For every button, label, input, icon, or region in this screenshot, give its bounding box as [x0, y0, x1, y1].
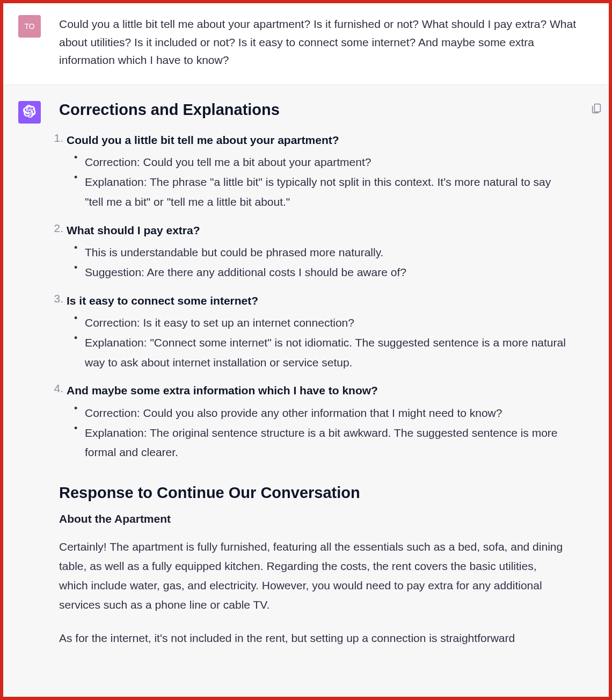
assistant-message-row: Corrections and Explanations Could you a…: [3, 85, 609, 697]
correction-point: Correction: Could you tell me a bit abou…: [74, 153, 567, 172]
response-paragraph: As for the internet, it's not included i…: [59, 629, 567, 648]
correction-points: Correction: Could you also provide any o…: [74, 403, 567, 463]
correction-point: Explanation: The original sentence struc…: [74, 423, 567, 463]
response-heading: Response to Continue Our Conversation: [59, 484, 567, 502]
assistant-avatar: [18, 101, 41, 124]
correction-title: And maybe some extra information which I…: [67, 382, 567, 399]
correction-point: Explanation: "Connect some internet" is …: [74, 333, 567, 373]
corrections-list: Could you a little bit tell me about you…: [49, 132, 567, 463]
correction-points: Correction: Is it easy to set up an inte…: [74, 313, 567, 372]
correction-point: Suggestion: Are there any additional cos…: [74, 263, 567, 283]
response-paragraph: Certainly! The apartment is fully furnis…: [59, 537, 567, 615]
correction-item: Could you a little bit tell me about you…: [49, 132, 567, 212]
correction-points: Correction: Could you tell me a bit abou…: [74, 153, 567, 212]
correction-title: Is it easy to connect some internet?: [67, 292, 567, 309]
correction-point: Correction: Could you also provide any o…: [74, 403, 567, 423]
copy-button[interactable]: [591, 102, 602, 114]
chat-frame: TO Could you a little bit tell me about …: [0, 0, 612, 700]
user-message-text: Could you a little bit tell me about you…: [59, 15, 594, 69]
correction-title: Could you a little bit tell me about you…: [67, 132, 567, 149]
correction-item: And maybe some extra information which I…: [49, 382, 567, 463]
correction-item: Is it easy to connect some internet? Cor…: [49, 292, 567, 373]
assistant-message-content: Corrections and Explanations Could you a…: [59, 101, 594, 697]
clipboard-icon: [591, 106, 602, 116]
correction-point: This is understandable but could be phra…: [74, 243, 567, 263]
user-message-row: TO Could you a little bit tell me about …: [3, 3, 609, 85]
user-avatar-initials: TO: [24, 22, 34, 31]
correction-point: Explanation: The phrase "a little bit" i…: [74, 172, 567, 212]
user-avatar: TO: [18, 15, 41, 38]
correction-title: What should I pay extra?: [67, 222, 567, 239]
correction-point: Correction: Is it easy to set up an inte…: [74, 313, 567, 333]
correction-points: This is understandable but could be phra…: [74, 243, 567, 283]
about-apartment-heading: About the Apartment: [59, 513, 567, 525]
correction-item: What should I pay extra? This is underst…: [49, 222, 567, 283]
svg-rect-0: [594, 104, 600, 112]
corrections-heading: Corrections and Explanations: [59, 101, 567, 119]
openai-logo-icon: [23, 105, 36, 119]
